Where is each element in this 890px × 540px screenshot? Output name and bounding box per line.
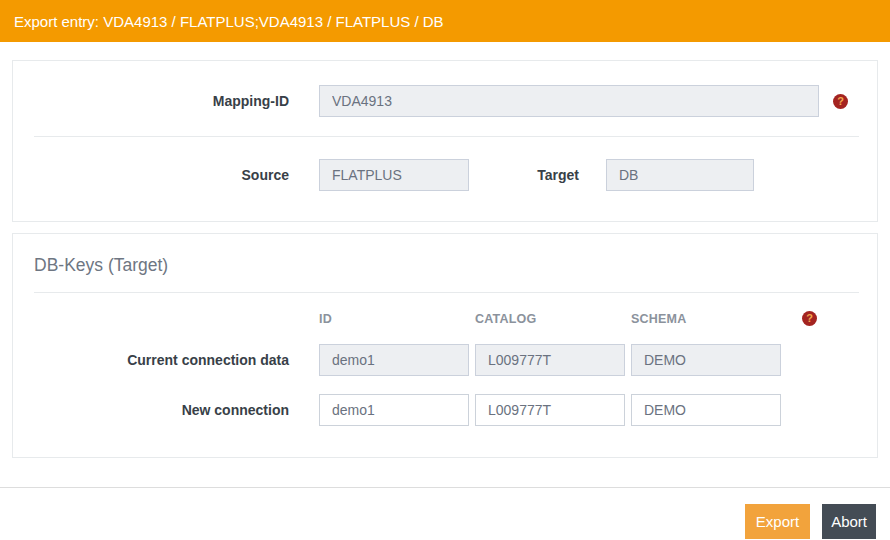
- current-connection-row: Current connection data: [13, 344, 877, 376]
- abort-button[interactable]: Abort: [822, 504, 876, 539]
- mapping-panel: Mapping-ID ? Source Target: [12, 60, 878, 222]
- target-input[interactable]: [606, 159, 754, 191]
- help-icon[interactable]: ?: [802, 311, 817, 326]
- current-id-input[interactable]: [319, 344, 469, 376]
- target-label: Target: [534, 167, 579, 183]
- new-id-input[interactable]: [319, 394, 469, 426]
- current-schema-input[interactable]: [631, 344, 781, 376]
- source-label: Source: [13, 167, 289, 183]
- source-input[interactable]: [319, 159, 469, 191]
- new-catalog-input[interactable]: [475, 394, 625, 426]
- dbkeys-column-headers: ID CATALOG SCHEMA ?: [13, 311, 877, 326]
- column-header-schema: SCHEMA: [631, 312, 787, 326]
- help-icon[interactable]: ?: [833, 94, 848, 109]
- footer: Export Abort: [0, 488, 890, 539]
- dbkeys-panel: DB-Keys (Target) ID CATALOG SCHEMA ? Cur…: [12, 233, 878, 458]
- dialog-titlebar: Export entry: VDA4913 / FLATPLUS;VDA4913…: [0, 0, 890, 42]
- mapping-id-row: Mapping-ID ?: [13, 85, 877, 117]
- export-button[interactable]: Export: [745, 504, 810, 539]
- current-connection-label: Current connection data: [13, 352, 289, 368]
- column-header-id: ID: [319, 312, 475, 326]
- dialog-title: Export entry: VDA4913 / FLATPLUS;VDA4913…: [14, 13, 444, 30]
- mapping-id-input[interactable]: [319, 85, 819, 117]
- mapping-id-label: Mapping-ID: [13, 93, 289, 109]
- column-header-catalog: CATALOG: [475, 312, 631, 326]
- new-connection-row: New connection: [13, 394, 877, 426]
- new-connection-label: New connection: [13, 402, 289, 418]
- new-schema-input[interactable]: [631, 394, 781, 426]
- heading-divider: [34, 292, 859, 293]
- source-target-row: Source Target: [13, 159, 877, 191]
- current-catalog-input[interactable]: [475, 344, 625, 376]
- row-divider: [34, 136, 859, 137]
- dbkeys-heading: DB-Keys (Target): [13, 255, 877, 276]
